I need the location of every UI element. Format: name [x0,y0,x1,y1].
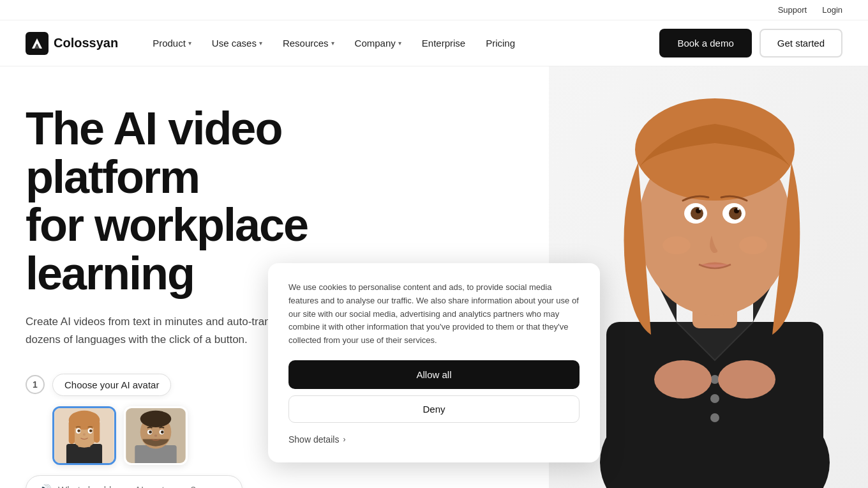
svg-point-14 [83,433,86,436]
cookie-text: We use cookies to personalise content an… [288,281,580,347]
nav-resources[interactable]: Resources ▾ [274,33,343,54]
step-1-label: Choose your AI avatar [52,374,171,396]
prompt-bar[interactable]: 🔊 What should your AI avatar say? [26,475,243,488]
support-link[interactable]: Support [778,5,807,15]
svg-point-47 [710,394,719,403]
svg-rect-8 [69,420,75,443]
avatar-male-icon [126,408,186,463]
allow-all-button[interactable]: Allow all [288,360,580,389]
svg-point-22 [149,431,152,434]
avatar-card-2[interactable] [124,406,188,465]
avatar-card-1[interactable] [52,406,116,465]
get-started-button[interactable]: Get started [760,29,842,57]
nav-pricing[interactable]: Pricing [477,33,524,54]
steps-ui: 1 Choose your AI avatar [26,374,294,488]
svg-point-44 [662,236,691,254]
logo-text: Colossyan [54,36,118,50]
logo[interactable]: Colossyan [26,32,118,55]
cookie-buttons: Allow all Deny Show details › [288,360,580,445]
step-1-header: 1 Choose your AI avatar [26,374,294,396]
cookie-banner: We use cookies to personalise content an… [268,263,600,462]
logo-icon [26,32,49,55]
svg-point-48 [710,413,719,422]
svg-point-43 [737,208,740,210]
prompt-placeholder: What should your AI avatar say? [58,484,196,488]
step-1-number: 1 [26,375,45,394]
nav-actions: Book a demo Get started [659,29,842,57]
show-details-link[interactable]: Show details › [288,434,580,445]
avatar-female-icon [54,408,114,463]
deny-button[interactable]: Deny [288,395,580,423]
login-link[interactable]: Login [822,5,842,15]
nav-links: Product ▾ Use cases ▾ Resources ▾ Compan… [144,33,659,54]
nav-use-cases[interactable]: Use cases ▾ [203,33,271,54]
svg-point-19 [140,410,172,427]
svg-point-12 [77,429,80,432]
svg-point-50 [718,360,775,399]
svg-point-13 [89,429,93,432]
svg-rect-9 [94,420,100,443]
use-cases-chevron-icon: ▾ [259,40,262,47]
navigation: Colossyan Product ▾ Use cases ▾ Resource… [0,20,868,66]
resources-chevron-icon: ▾ [331,40,334,47]
svg-point-23 [161,431,164,434]
top-bar: Support Login [0,0,868,20]
svg-point-46 [710,375,719,384]
speaker-icon: 🔊 [39,484,52,488]
avatar-row [52,406,294,465]
book-demo-button[interactable]: Book a demo [659,29,751,57]
product-chevron-icon: ▾ [188,40,191,47]
chevron-right-icon: › [343,435,345,444]
nav-product[interactable]: Product ▾ [144,33,200,54]
company-chevron-icon: ▾ [398,40,401,47]
svg-point-49 [654,360,712,399]
nav-enterprise[interactable]: Enterprise [413,33,474,54]
nav-company[interactable]: Company ▾ [346,33,410,54]
svg-point-24 [154,434,158,437]
svg-point-45 [739,236,767,254]
svg-point-42 [699,208,701,210]
